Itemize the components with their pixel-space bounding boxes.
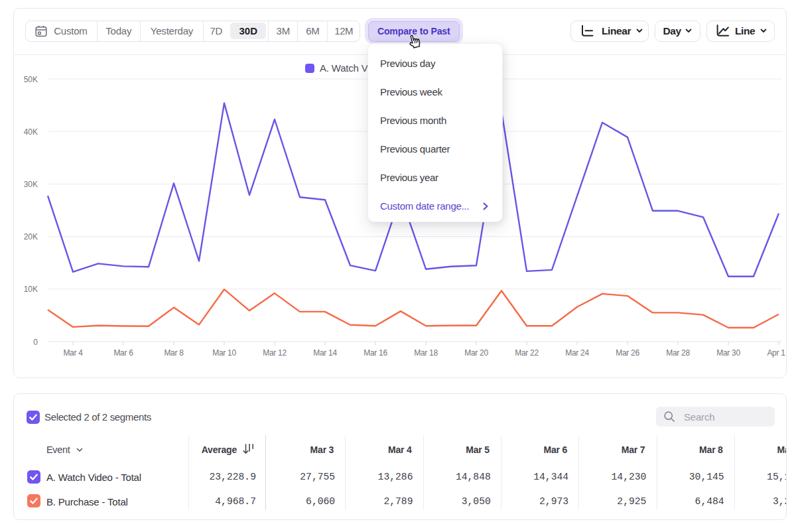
svg-text:Mar 12: Mar 12 [263,348,287,358]
svg-text:0: 0 [33,338,38,347]
svg-text:Mar 14: Mar 14 [313,348,337,358]
svg-text:Mar 30: Mar 30 [716,348,740,358]
svg-text:Mar 4: Mar 4 [63,348,83,358]
svg-text:40K: 40K [24,127,38,137]
svg-text:20K: 20K [24,232,38,241]
svg-text:Mar 20: Mar 20 [464,348,488,358]
svg-text:10K: 10K [24,285,38,294]
svg-text:Mar 24: Mar 24 [565,348,589,358]
svg-text:Apr 1: Apr 1 [767,348,785,358]
svg-text:Mar 6: Mar 6 [113,348,133,358]
svg-text:Mar 16: Mar 16 [364,348,387,358]
svg-text:Mar 10: Mar 10 [212,348,236,358]
svg-text:30K: 30K [24,180,38,189]
svg-text:Mar 18: Mar 18 [414,348,438,358]
svg-text:Mar 28: Mar 28 [666,348,690,358]
svg-text:Mar 26: Mar 26 [616,348,639,358]
svg-text:Mar 22: Mar 22 [515,348,539,358]
svg-text:50K: 50K [24,75,38,84]
svg-text:Mar 8: Mar 8 [164,348,184,358]
